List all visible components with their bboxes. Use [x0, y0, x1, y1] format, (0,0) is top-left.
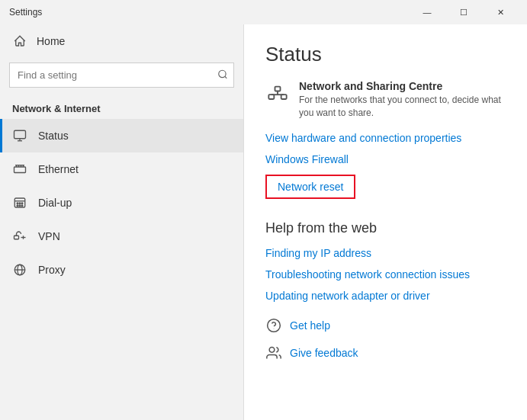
give-feedback-item[interactable]: Give feedback: [265, 345, 506, 361]
help-link-ip[interactable]: Finding my IP address: [265, 247, 506, 259]
maximize-button[interactable]: ☐: [446, 0, 481, 24]
status-icon: [12, 128, 27, 143]
get-help-icon: [265, 317, 282, 334]
search-icon: [217, 69, 228, 82]
svg-point-31: [268, 319, 281, 332]
svg-point-15: [21, 203, 23, 204]
network-sharing-heading: Network and Sharing Centre: [299, 80, 506, 92]
svg-point-13: [17, 203, 18, 204]
network-reset-box: Network reset: [265, 175, 355, 199]
sidebar-category: Network & Internet: [0, 95, 243, 119]
svg-point-32: [274, 328, 275, 329]
proxy-icon: [12, 262, 27, 277]
svg-rect-2: [14, 130, 26, 139]
help-link-adapter[interactable]: Updating network adapter or driver: [265, 290, 506, 302]
svg-point-17: [19, 205, 21, 207]
dialup-icon: [12, 195, 27, 210]
close-button[interactable]: ✕: [483, 0, 518, 24]
help-section-title: Help from the web: [265, 220, 506, 236]
network-sharing-icon: [265, 82, 290, 106]
sidebar-item-ethernet[interactable]: Ethernet: [0, 152, 243, 186]
sidebar-item-home[interactable]: Home: [0, 24, 243, 58]
page-title: Status: [265, 43, 506, 66]
get-help-item[interactable]: Get help: [265, 317, 506, 334]
search-box: [9, 63, 234, 88]
network-sharing-text: Network and Sharing Centre For the netwo…: [299, 80, 506, 120]
sidebar-item-dialup[interactable]: Dial-up: [0, 186, 243, 220]
sidebar: Home Network & Internet St: [0, 24, 244, 420]
dialup-label: Dial-up: [38, 197, 72, 209]
main-content: Status Network and Sharing Centre For th…: [244, 24, 527, 420]
ethernet-label: Ethernet: [38, 163, 79, 175]
vpn-label: VPN: [38, 230, 60, 242]
view-hardware-link[interactable]: View hardware and connection properties: [265, 132, 506, 144]
svg-rect-26: [275, 87, 281, 91]
network-sharing-block: Network and Sharing Centre For the netwo…: [265, 80, 506, 120]
svg-line-1: [225, 76, 227, 79]
window-controls: — ☐ ✕: [410, 0, 518, 24]
titlebar: Settings — ☐ ✕: [0, 0, 527, 24]
bottom-links: Get help Give feedback: [265, 317, 506, 361]
svg-point-16: [17, 205, 18, 207]
home-icon: [12, 34, 27, 49]
status-label: Status: [38, 130, 69, 142]
svg-point-14: [19, 203, 21, 204]
give-feedback-icon: [265, 345, 282, 361]
svg-rect-5: [14, 167, 26, 173]
app-container: Home Network & Internet St: [0, 24, 527, 420]
minimize-button[interactable]: —: [410, 0, 445, 24]
give-feedback-label: Give feedback: [290, 347, 358, 359]
ethernet-icon: [12, 162, 27, 177]
home-label: Home: [37, 35, 65, 47]
svg-point-33: [269, 347, 275, 352]
network-sharing-description: For the networks that you connect to, de…: [299, 94, 506, 120]
app-title: Settings: [9, 7, 42, 18]
get-help-label: Get help: [290, 319, 330, 332]
help-link-troubleshoot[interactable]: Troubleshooting network connection issue…: [265, 268, 506, 281]
svg-rect-19: [14, 236, 19, 239]
network-reset-link[interactable]: Network reset: [278, 181, 343, 193]
sidebar-item-vpn[interactable]: VPN: [0, 220, 243, 253]
proxy-label: Proxy: [38, 264, 66, 276]
windows-firewall-link[interactable]: Windows Firewall: [265, 153, 506, 165]
search-input[interactable]: [9, 63, 234, 88]
vpn-icon: [12, 229, 27, 244]
svg-point-18: [21, 205, 23, 207]
svg-point-0: [219, 70, 226, 77]
sidebar-item-proxy[interactable]: Proxy: [0, 253, 243, 287]
sidebar-item-status[interactable]: Status: [0, 119, 243, 152]
